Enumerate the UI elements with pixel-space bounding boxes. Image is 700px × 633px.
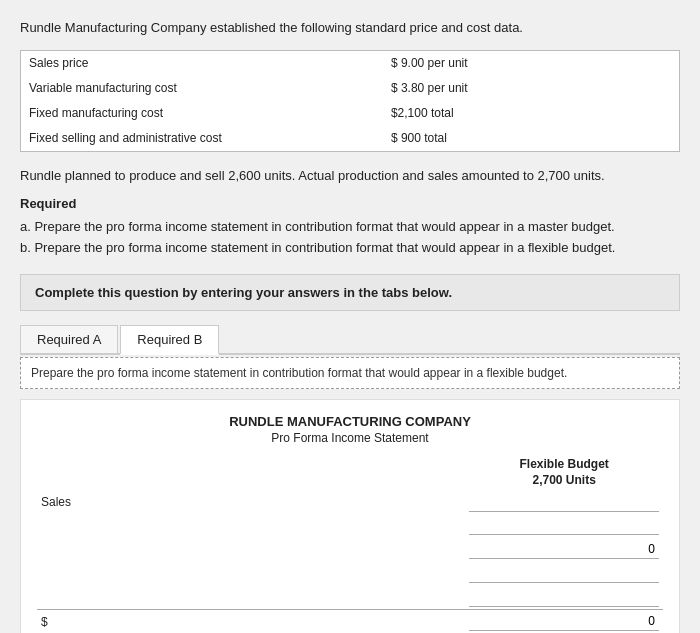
cost-value: $ 9.00 per unit (383, 51, 679, 76)
planned-text: Rundle planned to produce and sell 2,600… (20, 166, 680, 186)
cost-label: Sales price (21, 51, 383, 76)
instructions: a. Prepare the pro forma income statemen… (20, 217, 680, 259)
statement-subtitle: Pro Forma Income Statement (37, 431, 663, 445)
tabs-row: Required A Required B (20, 325, 680, 355)
table-row (37, 586, 663, 610)
col-header: Flexible Budget 2,700 Units (469, 457, 659, 488)
dotted-instruction: Prepare the pro forma income statement i… (20, 357, 680, 389)
cost-value: $ 3.80 per unit (383, 76, 679, 101)
cost-data-table: Sales price$ 9.00 per unitVariable manuf… (20, 50, 680, 153)
form-table: Flexible Budget 2,700 Units Sales (37, 455, 663, 633)
cost-label: Variable manufacturing cost (21, 76, 383, 101)
cost-value: $ 900 total (383, 126, 679, 151)
tab-required-a[interactable]: Required A (20, 325, 118, 353)
table-row (37, 514, 663, 538)
row2-input[interactable] (469, 540, 659, 559)
dollar-sign: $ (41, 615, 50, 629)
sales-input[interactable] (469, 493, 659, 512)
row3-input[interactable] (469, 564, 659, 583)
required-label: Required (20, 196, 680, 211)
cost-value: $2,100 total (383, 101, 679, 126)
sales-input-cell[interactable] (465, 491, 663, 514)
form-area: RUNDLE MANUFACTURING COMPANY Pro Forma I… (20, 399, 680, 633)
tab-required-b[interactable]: Required B (120, 325, 219, 355)
sales-label: Sales (37, 491, 465, 514)
instruction-b: b. Prepare the pro forma income statemen… (20, 238, 680, 259)
table-row: Sales (37, 491, 663, 514)
table-row (37, 562, 663, 586)
intro-text: Rundle Manufacturing Company established… (20, 18, 680, 38)
total-input[interactable] (469, 612, 659, 631)
cost-label: Fixed selling and administrative cost (21, 126, 383, 151)
row4-input[interactable] (469, 588, 659, 607)
cost-label: Fixed manufacturing cost (21, 101, 383, 126)
company-title: RUNDLE MANUFACTURING COMPANY (37, 414, 663, 429)
row1-input[interactable] (469, 516, 659, 535)
table-row (37, 538, 663, 562)
instruction-a: a. Prepare the pro forma income statemen… (20, 217, 680, 238)
total-row: $ (37, 610, 663, 633)
complete-box: Complete this question by entering your … (20, 274, 680, 311)
